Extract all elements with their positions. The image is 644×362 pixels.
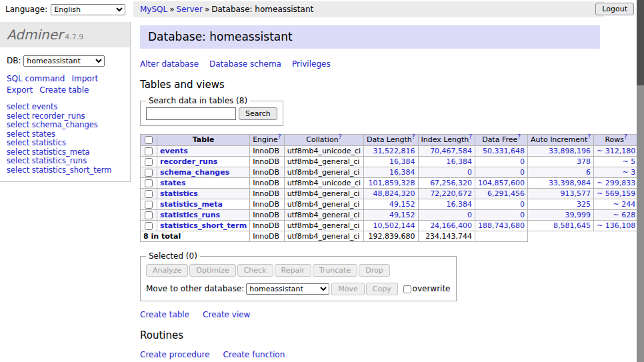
rows-link[interactable]: ~ 569,159 — [597, 189, 635, 198]
sidebar-table-link[interactable]: select states — [7, 130, 123, 139]
help-link[interactable]: ? — [469, 133, 472, 140]
table-name-link[interactable]: statistics_short_term — [160, 221, 247, 230]
auto-increment-link[interactable]: 8,581,645 — [553, 221, 591, 230]
table-name-link[interactable]: events — [160, 147, 188, 155]
scrollbar-thumb[interactable] — [637, 0, 644, 85]
sidebar-table-link[interactable]: select recorder_runs — [7, 112, 123, 121]
row-checkbox[interactable] — [145, 201, 153, 209]
copy-button[interactable]: Copy — [366, 283, 398, 295]
index-length-link[interactable]: 0 — [467, 211, 472, 219]
data-length-link[interactable]: 10,502,144 — [373, 221, 415, 230]
create-table-link[interactable]: Create table — [140, 310, 189, 319]
search-button[interactable]: Search — [239, 107, 277, 120]
auto-increment-link[interactable]: 325 — [577, 200, 591, 209]
database-schema-link[interactable]: Database schema — [209, 59, 281, 69]
row-checkbox[interactable] — [145, 158, 153, 166]
rows-link[interactable]: ~ 136,108 — [597, 221, 635, 230]
select-all-checkbox[interactable] — [145, 136, 153, 144]
data-length-link[interactable]: 31,522,816 — [373, 147, 415, 155]
sidebar-table-link[interactable]: select events — [7, 103, 123, 112]
sidebar-link-create-table[interactable]: Create table — [39, 85, 89, 95]
rows-link[interactable]: ~ 3 — [622, 168, 635, 177]
breadcrumb-link-mysql[interactable]: MySQL — [140, 5, 167, 14]
auto-increment-link[interactable]: 6 — [586, 168, 591, 177]
auto-increment-link[interactable]: 378 — [577, 157, 591, 166]
data-free-link[interactable]: 104,857,600 — [478, 179, 525, 187]
sidebar-table-link[interactable]: select statistics_short_term — [7, 166, 123, 175]
drop-button[interactable]: Drop — [359, 264, 389, 277]
data-free-link[interactable]: 0 — [520, 168, 525, 177]
table-name-link[interactable]: statistics_meta — [160, 200, 223, 209]
optimize-button[interactable]: Optimize — [189, 264, 235, 277]
db-select[interactable]: homeassistant — [23, 55, 105, 67]
data-free-link[interactable]: 0 — [520, 200, 525, 209]
logout-button[interactable]: Logout — [595, 3, 634, 15]
sidebar-table-link[interactable]: select statistics_runs — [7, 157, 123, 166]
data-free-link[interactable]: 188,743,680 — [478, 221, 525, 230]
index-length-link[interactable]: 67,256,320 — [430, 179, 472, 187]
rows-link[interactable]: ~ 312,180 — [597, 147, 635, 155]
data-length-link[interactable]: 101,859,328 — [369, 179, 415, 187]
table-name-link[interactable]: recorder_runs — [160, 157, 217, 166]
auto-increment-link[interactable]: 39,999 — [565, 211, 591, 219]
table-name-link[interactable]: statistics — [160, 189, 198, 198]
help-link[interactable]: ? — [517, 133, 521, 140]
row-checkbox[interactable] — [145, 147, 153, 155]
create-view-link[interactable]: Create view — [203, 310, 250, 319]
data-length-link[interactable]: 16,384 — [389, 168, 415, 177]
index-length-link[interactable]: 0 — [467, 168, 472, 177]
rows-link[interactable]: ~ 628 — [613, 211, 635, 219]
help-link[interactable]: ? — [412, 133, 415, 140]
table-name-link[interactable]: statistics_runs — [160, 211, 220, 219]
sidebar-link-sql-command[interactable]: SQL command — [7, 74, 65, 83]
row-checkbox[interactable] — [145, 179, 153, 187]
data-free-link[interactable]: 50,331,648 — [483, 147, 525, 155]
search-input[interactable] — [146, 107, 236, 120]
privileges-link[interactable]: Privileges — [292, 59, 331, 69]
sidebar-table-link[interactable]: select schema_changes — [7, 121, 123, 130]
row-checkbox[interactable] — [145, 190, 153, 198]
index-length-link[interactable]: 72,220,672 — [430, 189, 472, 198]
index-length-link[interactable]: 70,467,584 — [430, 147, 472, 155]
check-button[interactable]: Check — [237, 264, 273, 277]
index-length-link[interactable]: 16,384 — [447, 157, 473, 166]
row-checkbox[interactable] — [145, 222, 153, 230]
data-length-link[interactable]: 16,384 — [389, 157, 415, 166]
vertical-scrollbar[interactable] — [637, 0, 644, 362]
help-link[interactable]: ? — [587, 133, 591, 140]
language-select[interactable]: English — [51, 4, 125, 15]
create-procedure-link[interactable]: Create procedure — [140, 350, 210, 359]
breadcrumb-link-server[interactable]: Server — [177, 5, 203, 14]
sidebar-table-link[interactable]: select statistics_meta — [7, 148, 123, 157]
sidebar-table-link[interactable]: select statistics — [7, 139, 123, 148]
help-link[interactable]: ? — [339, 133, 342, 140]
alter-database-link[interactable]: Alter database — [140, 59, 199, 69]
data-free-link[interactable]: 6,291,456 — [487, 189, 525, 198]
auto-increment-link[interactable]: 913,577 — [561, 189, 591, 198]
repair-button[interactable]: Repair — [275, 264, 311, 277]
move-button[interactable]: Move — [331, 283, 365, 295]
sidebar-link-import[interactable]: Import — [71, 74, 98, 83]
rows-link[interactable]: ~ 299,833 — [597, 179, 635, 187]
index-length-link[interactable]: 24,166,400 — [430, 221, 472, 230]
table-name-link[interactable]: schema_changes — [160, 168, 229, 177]
help-link[interactable]: ? — [624, 133, 627, 140]
data-length-link[interactable]: 48,824,320 — [373, 189, 415, 198]
help-link[interactable]: ? — [278, 133, 281, 140]
overwrite-checkbox[interactable] — [403, 285, 411, 293]
auto-increment-link[interactable]: 33,898,196 — [549, 147, 591, 155]
data-length-link[interactable]: 49,152 — [389, 211, 415, 219]
rows-link[interactable]: ~ 5 — [622, 157, 635, 166]
data-free-link[interactable]: 0 — [520, 157, 525, 166]
move-database-select[interactable]: homeassistant — [246, 283, 329, 295]
auto-increment-link[interactable]: 33,398,984 — [549, 179, 591, 187]
row-checkbox[interactable] — [145, 169, 153, 177]
data-free-link[interactable]: 0 — [520, 211, 525, 219]
data-length-link[interactable]: 49,152 — [389, 200, 415, 209]
table-name-link[interactable]: states — [160, 179, 186, 187]
rows-link[interactable]: ~ 244 — [613, 200, 635, 209]
row-checkbox[interactable] — [145, 211, 153, 219]
index-length-link[interactable]: 16,384 — [447, 200, 473, 209]
truncate-button[interactable]: Truncate — [313, 264, 357, 277]
sidebar-link-export[interactable]: Export — [7, 85, 33, 95]
